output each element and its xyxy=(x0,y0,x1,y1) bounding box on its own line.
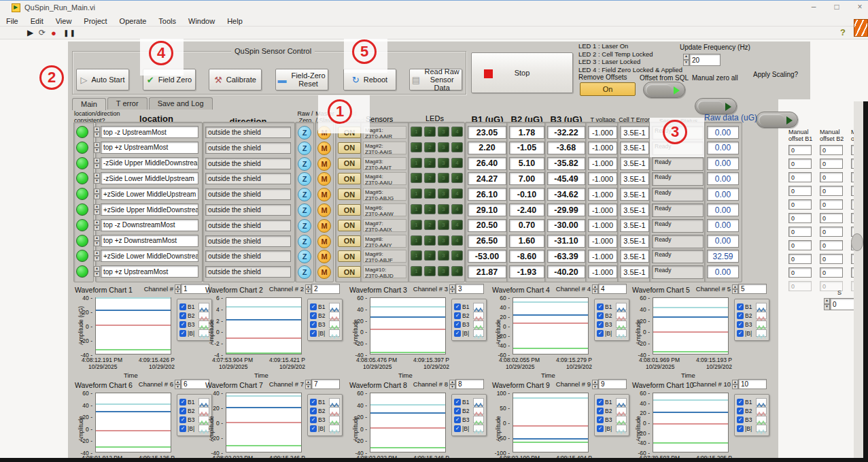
checkbox-checked-icon[interactable]: ✓ xyxy=(597,303,604,310)
location-field[interactable]: top -z UpstreamMost xyxy=(101,126,198,138)
pause-icon[interactable]: ❚❚ xyxy=(63,29,76,37)
menu-item-tools[interactable]: Tools xyxy=(152,16,182,27)
checkbox-checked-icon[interactable]: ✓ xyxy=(737,303,744,310)
checkbox-checked-icon[interactable]: ✓ xyxy=(597,425,604,432)
spinner-arrows-icon[interactable]: ▲▼ xyxy=(449,380,455,389)
legend-row-B1[interactable]: ✓B1 xyxy=(454,303,484,310)
location-field[interactable]: top +z DownstreamMost xyxy=(101,235,198,247)
direction-field[interactable]: outside the shield xyxy=(205,127,291,138)
checkbox-checked-icon[interactable]: ✓ xyxy=(597,408,604,414)
location-spinner-icon[interactable]: ▲▼ xyxy=(94,127,100,137)
location-spinner-icon[interactable]: ▲▼ xyxy=(94,266,100,277)
legend-row-B2[interactable]: ✓B2 xyxy=(597,407,627,414)
checkbox-checked-icon[interactable]: ✓ xyxy=(737,416,744,423)
menu-item-edit[interactable]: Edit xyxy=(24,16,50,27)
spinner-arrows-icon[interactable]: ▲▼ xyxy=(824,298,830,310)
location-spinner-icon[interactable]: ▲▼ xyxy=(94,142,100,153)
manual-offset-field[interactable]: 0 xyxy=(820,159,843,169)
legend-row-magBmag[interactable]: ✓|B| xyxy=(737,329,767,337)
checkbox-checked-icon[interactable]: ✓ xyxy=(597,399,604,406)
checkbox-checked-icon[interactable]: ✓ xyxy=(310,330,317,337)
checkbox-checked-icon[interactable]: ✓ xyxy=(310,416,317,423)
checkbox-checked-icon[interactable]: ✓ xyxy=(454,312,461,319)
direction-field[interactable]: outside the shield xyxy=(205,204,291,216)
checkbox-checked-icon[interactable]: ✓ xyxy=(454,408,461,414)
manual-offset-field[interactable]: 0 xyxy=(820,240,843,250)
spinner-arrows-icon[interactable]: ▲▼ xyxy=(732,380,738,389)
channel-control[interactable]: Channel # 10▲▼10 xyxy=(692,379,767,389)
location-spinner-icon[interactable]: ▲▼ xyxy=(94,250,100,261)
legend-row-B2[interactable]: ✓B2 xyxy=(454,312,484,319)
manual-offset-field[interactable]: 0 xyxy=(788,145,812,155)
update-frequency-control[interactable]: ▲▼ 20 xyxy=(683,54,721,66)
checkbox-checked-icon[interactable]: ✓ xyxy=(310,303,317,310)
location-field[interactable]: -zSide Lower MiddleUpstream xyxy=(101,172,198,184)
legend-row-B1[interactable]: ✓B1 xyxy=(310,303,340,310)
location-field[interactable]: +zSide Upper MiddleDownstream xyxy=(101,203,198,216)
legend-row-B1[interactable]: ✓B1 xyxy=(454,398,484,406)
channel-control[interactable]: Channel # 8▲▼8 xyxy=(413,379,484,389)
checkbox-checked-icon[interactable]: ✓ xyxy=(310,399,317,406)
legend-row-B3[interactable]: ✓B3 xyxy=(310,416,340,423)
scrollbar-thumb[interactable] xyxy=(851,233,863,251)
remove-offsets-toggle[interactable]: On xyxy=(580,82,636,96)
manual-offset-field[interactable]: 0 xyxy=(788,254,812,264)
send-command-button[interactable]: ON xyxy=(338,188,361,200)
checkbox-checked-icon[interactable]: ✓ xyxy=(454,330,461,337)
spinner-arrows-icon[interactable]: ▲▼ xyxy=(592,284,598,294)
checkbox-checked-icon[interactable]: ✓ xyxy=(179,425,186,432)
channel-control[interactable]: Channel # 7▲▼7 xyxy=(269,379,340,389)
legend-row-magBmag[interactable]: ✓|B| xyxy=(597,329,627,337)
channel-value[interactable]: 4 xyxy=(598,284,627,294)
manual-offset-field[interactable]: 0 xyxy=(788,227,812,237)
checkbox-checked-icon[interactable]: ✓ xyxy=(597,330,604,337)
manual-offset-field[interactable]: 0 xyxy=(820,267,843,278)
menu-item-window[interactable]: Window xyxy=(182,16,221,27)
legend-row-B2[interactable]: ✓B2 xyxy=(597,312,627,319)
menu-item-project[interactable]: Project xyxy=(77,16,113,27)
spinner-arrows-icon[interactable]: ▲▼ xyxy=(305,284,311,294)
location-field[interactable]: +zSide Lower MiddleUpstream xyxy=(101,188,198,200)
checkbox-checked-icon[interactable]: ✓ xyxy=(737,312,744,319)
channel-control[interactable]: Channel # 9▲▼9 xyxy=(556,379,627,389)
spinner-arrows-icon[interactable]: ▲▼ xyxy=(449,284,455,294)
channel-control[interactable]: Channel #▲▼1 xyxy=(144,284,209,294)
send-command-button[interactable]: ON xyxy=(338,173,361,184)
location-field[interactable]: top -z DownstreamMost xyxy=(101,219,198,231)
manual-offset-field[interactable]: 0 xyxy=(788,159,812,169)
legend-row-magBmag[interactable]: ✓|B| xyxy=(310,425,340,432)
manual-offset-field[interactable]: 0 xyxy=(788,281,812,291)
direction-field[interactable]: outside the shield xyxy=(205,250,291,262)
send-command-button[interactable]: ON xyxy=(338,235,361,247)
raw-zero-button[interactable]: Z xyxy=(298,235,311,248)
raw-zero-button[interactable]: Z xyxy=(298,219,311,233)
legend-row-B1[interactable]: ✓B1 xyxy=(310,398,340,406)
send-command-button[interactable]: ON xyxy=(338,220,361,231)
legend-row-B2[interactable]: ✓B2 xyxy=(310,407,340,414)
location-field[interactable]: +zSide Lower MiddleDownstream xyxy=(101,250,198,262)
spinner-arrows-icon[interactable]: ▲▼ xyxy=(305,380,311,389)
location-field[interactable]: top +z UpstreamMost xyxy=(101,265,198,278)
minimize-button[interactable]: – xyxy=(809,3,818,12)
legend-row-B1[interactable]: ✓B1 xyxy=(737,398,767,406)
calibrate-button[interactable]: ⚒Calibrate xyxy=(209,69,262,90)
legend-row-B3[interactable]: ✓B3 xyxy=(597,416,627,423)
checkbox-checked-icon[interactable]: ✓ xyxy=(310,312,317,319)
read-raw-sensor-data-button[interactable]: ▤Read Raw Sensor Data xyxy=(409,69,462,90)
checkbox-checked-icon[interactable]: ✓ xyxy=(737,408,744,414)
channel-value[interactable]: 8 xyxy=(455,379,484,389)
channel-value[interactable]: 5 xyxy=(738,284,767,294)
channel-control[interactable]: Channel # 5▲▼5 xyxy=(696,284,767,294)
direction-field[interactable]: outside the shield xyxy=(205,173,291,184)
location-spinner-icon[interactable]: ▲▼ xyxy=(94,220,100,231)
tab-main[interactable]: Main xyxy=(72,98,106,110)
legend-row-B1[interactable]: ✓B1 xyxy=(597,398,627,406)
master-slave-button[interactable]: M xyxy=(317,235,331,248)
legend-row-B3[interactable]: ✓B3 xyxy=(597,320,627,328)
direction-field[interactable]: outside the shield xyxy=(205,158,291,169)
menu-item-operate[interactable]: Operate xyxy=(114,16,153,27)
tab-t-error[interactable]: T error xyxy=(107,97,147,110)
channel-value[interactable]: 2 xyxy=(311,284,340,294)
checkbox-checked-icon[interactable]: ✓ xyxy=(310,408,317,414)
manual-offset-field[interactable]: 0 xyxy=(788,172,812,182)
